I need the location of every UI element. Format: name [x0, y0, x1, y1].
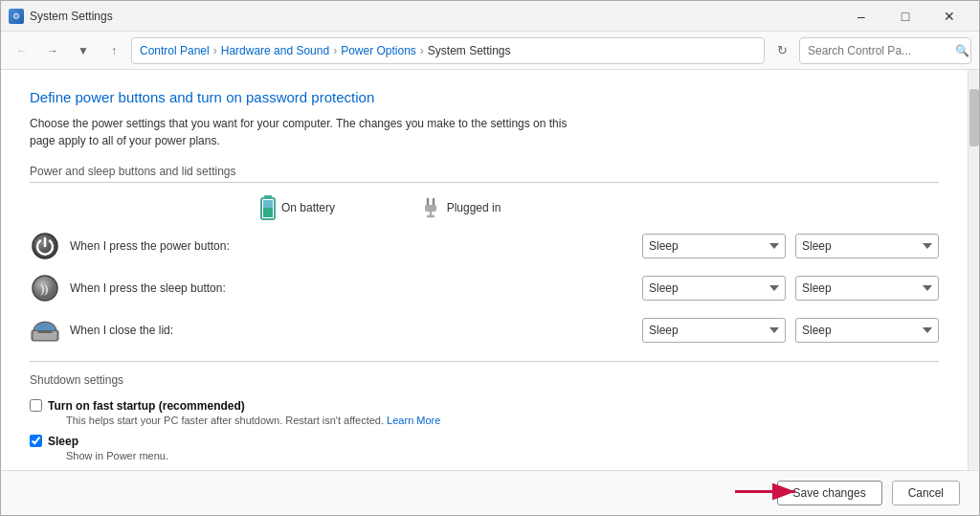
sleep-button-plugged-select[interactable]: Sleep Do nothing Hibernate Shut down: [795, 276, 939, 301]
breadcrumb-bar: Control Panel › Hardware and Sound › Pow…: [131, 37, 765, 64]
power-button-plugged-select[interactable]: Sleep Do nothing Hibernate Shut down: [795, 234, 939, 258]
footer: Save changes Cancel: [1, 470, 979, 515]
refresh-button[interactable]: ↻: [768, 37, 795, 64]
up-button[interactable]: ↑: [100, 37, 127, 64]
app-icon: ⚙: [9, 9, 24, 24]
learn-more-link[interactable]: Learn More: [387, 415, 440, 426]
cancel-button[interactable]: Cancel: [892, 481, 960, 505]
power-grid: On battery Plugged in: [30, 194, 939, 346]
plug-icon: [420, 197, 441, 218]
section-power-sleep-header: Power and sleep buttons and lid settings: [30, 165, 939, 183]
sleep-button-row: ) ) When I press the sleep button: Sleep…: [30, 273, 939, 303]
fast-startup-label[interactable]: Turn on fast startup (recommended): [48, 399, 245, 413]
window-controls: – □ ✕: [839, 1, 971, 32]
sleep-button-dropdowns: Sleep Do nothing Hibernate Shut down Sle…: [642, 276, 939, 301]
sleep-sublabel: Show in Power menu.: [66, 450, 168, 461]
forward-button[interactable]: →: [39, 37, 66, 64]
page-description: Choose the power settings that you want …: [30, 115, 939, 149]
recent-locations-button[interactable]: ▼: [70, 37, 97, 64]
breadcrumb-current: System Settings: [428, 44, 511, 57]
maximize-button[interactable]: □: [883, 1, 927, 32]
column-battery: On battery: [221, 194, 374, 221]
system-settings-window: ⚙ System Settings – □ ✕ ← → ▼ ↑ Control …: [0, 0, 980, 516]
breadcrumb-control-panel[interactable]: Control Panel: [140, 44, 210, 57]
sleep-row: Sleep Show in Power menu.: [30, 434, 939, 461]
lid-row: When I close the lid: Sleep Do nothing H…: [30, 315, 939, 346]
svg-rect-3: [263, 208, 273, 217]
arrow-svg: [730, 478, 807, 506]
back-button[interactable]: ←: [9, 37, 35, 64]
window-title: System Settings: [30, 10, 839, 23]
battery-icon: [260, 194, 276, 221]
sleep-button-label: When I press the sleep button:: [70, 281, 633, 295]
power-button-dropdowns: Sleep Do nothing Hibernate Shut down Sle…: [642, 234, 939, 258]
minimize-button[interactable]: –: [839, 1, 883, 32]
address-bar: ← → ▼ ↑ Control Panel › Hardware and Sou…: [1, 32, 979, 70]
search-input[interactable]: [808, 44, 951, 57]
content-area: Define power buttons and turn on passwor…: [1, 70, 968, 470]
arrow-indicator: [730, 478, 807, 509]
power-button-row: When I press the power button: Sleep Do …: [30, 231, 939, 261]
lid-dropdowns: Sleep Do nothing Hibernate Shut down Sle…: [642, 318, 939, 343]
scrollbar[interactable]: [968, 70, 979, 470]
shutdown-section-title: Shutdown settings: [30, 373, 939, 387]
fast-startup-sublabel: This helps start your PC faster after sh…: [66, 415, 440, 426]
power-button-battery-select[interactable]: Sleep Do nothing Hibernate Shut down: [642, 234, 786, 258]
lid-icon: [30, 315, 60, 346]
breadcrumb-power-options[interactable]: Power Options: [341, 44, 416, 57]
power-button-label: When I press the power button:: [70, 239, 633, 253]
lid-battery-select[interactable]: Sleep Do nothing Hibernate Shut down: [642, 318, 786, 343]
lid-plugged-select[interactable]: Sleep Do nothing Hibernate Shut down: [795, 318, 939, 343]
breadcrumb-hardware-sound[interactable]: Hardware and Sound: [221, 44, 329, 57]
lid-label: When I close the lid:: [70, 324, 633, 337]
search-icon: 🔍: [955, 44, 969, 57]
sleep-button-battery-select[interactable]: Sleep Do nothing Hibernate Shut down: [642, 276, 786, 301]
page-title: Define power buttons and turn on passwor…: [30, 89, 939, 105]
divider: [30, 361, 939, 362]
main-content: Define power buttons and turn on passwor…: [1, 70, 979, 470]
fast-startup-checkbox[interactable]: [30, 399, 42, 412]
sleep-label[interactable]: Sleep: [48, 435, 78, 448]
power-button-icon: [30, 231, 60, 261]
fast-startup-row: Turn on fast startup (recommended) This …: [30, 398, 939, 426]
search-box[interactable]: 🔍: [799, 37, 971, 64]
close-button[interactable]: ✕: [927, 1, 971, 32]
column-plugged: Plugged in: [384, 197, 537, 218]
title-bar: ⚙ System Settings – □ ✕: [1, 1, 979, 32]
sleep-checkbox[interactable]: [30, 435, 42, 447]
svg-text:): ): [44, 281, 48, 296]
scrollbar-thumb[interactable]: [969, 89, 979, 146]
sleep-button-icon: ) ): [30, 273, 60, 303]
